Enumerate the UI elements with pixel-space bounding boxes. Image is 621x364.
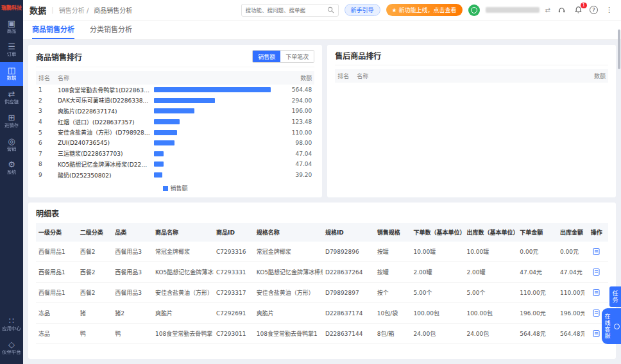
product-name: KO5酷想记忆金牌薄冰棒浆(D228637264) <box>58 160 154 169</box>
cell: D228637264 <box>323 262 375 283</box>
bar-track <box>154 140 271 145</box>
customer-service-float-tab[interactable]: 在线客服 <box>602 308 621 344</box>
global-search <box>241 4 339 17</box>
cell: 5.00个 <box>411 283 464 303</box>
sidebar-item-apps[interactable]: ∷应用中心 <box>0 313 23 336</box>
view-detail-icon[interactable] <box>592 329 600 338</box>
sidebar-item-orders[interactable]: ☰订单 <box>0 38 23 62</box>
sidebar-item-partner[interactable]: ◇伙伴平台 <box>0 336 23 360</box>
sidebar-item-inventory[interactable]: ⊞进销存 <box>0 110 23 133</box>
sales-value: 98.00 <box>271 140 312 146</box>
sidebar-item-label: 营销 <box>7 147 17 152</box>
scrollbar-thumb[interactable] <box>618 29 620 69</box>
task-float-tab[interactable]: 任务 <box>609 286 621 307</box>
cell: 鸭 <box>112 324 153 344</box>
breadcrumb-current: 商品销售分析 <box>94 5 132 15</box>
toggle-order-count[interactable]: 下单笔次 <box>280 51 314 62</box>
app-center-icon: ∷ <box>9 317 14 325</box>
sidebar-item-data[interactable]: ◫数据 <box>0 62 23 86</box>
column-header: 商品名称 <box>153 223 214 242</box>
orders-icon: ☰ <box>8 42 15 51</box>
sidebar-bottom: ∷应用中心◇伙伴平台 <box>0 313 23 360</box>
detail-header-row: 一级分类二级分类品类商品名称商品ID规格名称规格ID销售规格下单数（基本单位）出… <box>36 223 608 242</box>
legend-label: 销售额 <box>171 184 188 192</box>
sidebar-item-label: 数据 <box>7 76 17 81</box>
supply-icon: ⇄ <box>8 90 15 98</box>
cell: KO5酷想记忆金牌薄冰棒浆 <box>254 262 323 283</box>
column-header: 出库数（基本单位） <box>464 223 517 242</box>
column-header: 出库金额 <box>557 223 584 242</box>
bar-track <box>154 108 271 113</box>
table-row: 西餐用品1西餐2西餐用品3安佳含盐黄油（方形）C7293317安佳含盐黄油（方形… <box>36 283 608 303</box>
cell: 100.00包 <box>464 303 517 324</box>
sales-value: 110.00 <box>271 129 312 136</box>
cell: D228637144 <box>323 324 375 344</box>
page-content: 商品销售排行 销售额下单笔次 排名 名称 数额 1108食堂常勤去骨鸭掌1(D2… <box>23 40 621 364</box>
cell: C7293317 <box>214 283 254 303</box>
newbie-guide-button[interactable]: 新手引导 <box>345 4 380 16</box>
sidebar-item-supply[interactable]: ⇄供应链 <box>0 86 23 110</box>
tab-product-sales[interactable]: 商品销售分析 <box>32 24 74 39</box>
rank-number: 1 <box>38 87 58 93</box>
bar-track <box>154 161 271 167</box>
data-icon: ◫ <box>8 66 15 74</box>
column-header: 二级分类 <box>78 223 113 242</box>
ranking-rows: 1108食堂常勤去骨鸭掌1(D228637144)564.482DAK大可乐可薯… <box>36 85 314 182</box>
cell: 24.00包 <box>464 324 517 344</box>
sidebar-item-label: 供应链 <box>4 99 19 104</box>
switch-account-icon[interactable]: ⇄ <box>545 6 550 13</box>
tab-category-sales[interactable]: 分类销售分析 <box>90 24 132 39</box>
help-icon[interactable]: ? <box>590 6 598 14</box>
table-row: 冻品猪猪2爽脆片C7292691爽脆片D22863717410包/袋100.00… <box>36 303 608 324</box>
cell: D228637174 <box>323 303 375 324</box>
view-detail-icon[interactable] <box>592 268 600 276</box>
sidebar-item-label: 伙伴平台 <box>2 351 21 356</box>
detail-table: 一级分类二级分类品类商品名称商品ID规格名称规格ID销售规格下单数（基本单位）出… <box>36 223 608 344</box>
view-detail-icon[interactable] <box>592 309 600 317</box>
breadcrumb-root[interactable]: 数据 <box>30 4 46 16</box>
sidebar-item-label: 系统 <box>7 170 17 176</box>
cell: 47.04元 <box>517 262 557 283</box>
ranking-row: 1108食堂常勤去骨鸭掌1(D228637144)564.48 <box>36 85 314 95</box>
avatar[interactable] <box>468 4 480 16</box>
cell: C7293316 <box>214 242 254 262</box>
sidebar-item-system[interactable]: ⚙系统 <box>0 156 23 180</box>
aftersale-table-header: 排名 名称 数额 <box>335 69 608 83</box>
column-header: 下单金额 <box>517 223 557 242</box>
company-name-redacted <box>486 7 540 13</box>
notification-bell-icon[interactable]: 1 <box>573 5 584 15</box>
notification-badge: 1 <box>581 3 587 8</box>
product-name: 108食堂常勤去骨鸭掌1(D228637144) <box>58 86 154 94</box>
toggle-sales-amount[interactable]: 销售额 <box>253 51 280 62</box>
view-detail-icon[interactable] <box>592 288 600 297</box>
more-menu-icon[interactable]: ⋮ <box>604 5 615 15</box>
sales-value: 196.00 <box>271 108 312 114</box>
cell: 47.04元 <box>557 262 584 283</box>
support-headset-icon[interactable] <box>556 5 567 15</box>
rank-number: 4 <box>38 119 58 125</box>
view-detail-icon[interactable] <box>592 247 600 256</box>
new-feature-banner[interactable]: ★ 新功能上线，点击查看 <box>386 4 463 16</box>
sidebar-item-goods[interactable]: ▣商品 <box>0 15 23 39</box>
ranking-row: 4红烟（进口）(D228637357)123.48 <box>36 117 314 128</box>
cell: 196.00元 <box>517 303 557 324</box>
sales-value: 123.48 <box>271 119 312 125</box>
search-input[interactable] <box>246 7 325 13</box>
chart-legend: 销售额 <box>36 184 314 192</box>
cell: 安佳含盐黄油（方形） <box>254 283 323 303</box>
cell: 110.00元 <box>517 283 557 303</box>
analysis-tabs: 商品销售分析分类销售分析 <box>23 21 621 40</box>
product-name: ZUI(D240736545) <box>58 140 154 146</box>
cell: C7293331 <box>214 262 254 283</box>
sidebar-item-marketing[interactable]: ◎营销 <box>0 133 23 157</box>
cell: D79892897 <box>323 283 375 303</box>
ranking-row: 7三运糖浆(D228637703)47.04 <box>36 149 314 160</box>
sidebar-item-label: 订单 <box>7 53 17 58</box>
sales-bar <box>154 87 271 92</box>
cell: 按罐 <box>375 262 411 283</box>
cell: D79892896 <box>323 242 375 262</box>
breadcrumb-path[interactable]: 销售分析 / <box>59 5 89 15</box>
cell: 冻品 <box>36 303 78 324</box>
bar-track <box>154 151 271 156</box>
sales-bar <box>154 98 215 103</box>
